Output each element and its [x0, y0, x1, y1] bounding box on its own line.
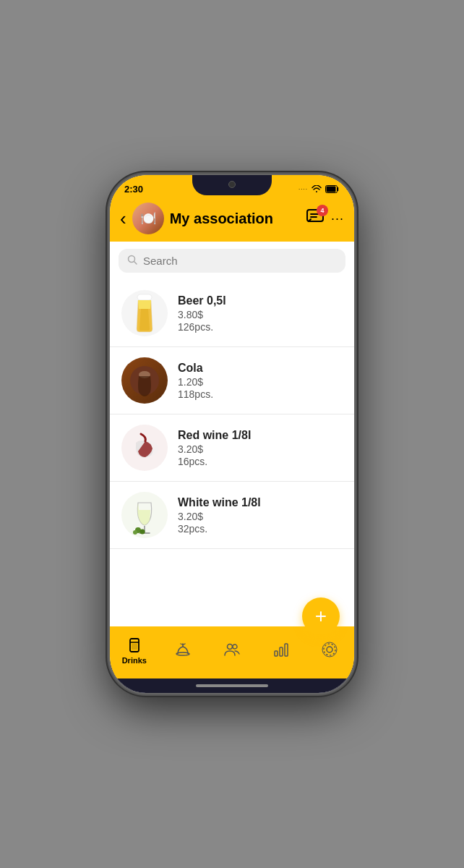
chat-button[interactable]: 4 [306, 209, 324, 229]
back-button[interactable]: ‹ [120, 208, 126, 230]
wifi-icon [312, 185, 322, 192]
svg-point-0 [316, 191, 317, 192]
svg-rect-26 [285, 644, 288, 656]
svg-point-27 [327, 647, 332, 652]
product-image-redwine [121, 425, 168, 471]
status-icons: ···· [298, 185, 340, 193]
product-qty: 118pcs. [178, 388, 343, 400]
list-item[interactable]: Beer 0,5l 3.80$ 126pcs. [110, 280, 354, 347]
product-price: 3.80$ [178, 309, 343, 320]
members-icon [223, 641, 241, 658]
header: ‹ 🍽️ My association 4 ··· [110, 198, 354, 242]
svg-point-15 [140, 529, 145, 535]
svg-point-16 [133, 530, 137, 535]
nav-item-drinks[interactable]: Drinks [110, 637, 159, 665]
product-qty: 32pcs. [178, 523, 343, 535]
product-image-beer [121, 290, 168, 336]
page-title: My association [170, 210, 301, 227]
svg-rect-24 [275, 651, 278, 656]
search-box [119, 249, 345, 273]
battery-icon [325, 185, 340, 193]
svg-rect-25 [280, 647, 283, 656]
search-input[interactable] [143, 255, 337, 267]
svg-point-29 [322, 642, 337, 657]
product-name: Red wine 1/8l [178, 429, 343, 442]
nav-item-food[interactable] [159, 641, 208, 660]
product-price: 3.20$ [178, 511, 343, 522]
product-info-whitewine: White wine 1/8l 3.20$ 32pcs. [178, 496, 343, 535]
food-icon [174, 641, 192, 658]
list-item[interactable]: Cola 1.20$ 118pcs. [110, 347, 354, 414]
list-item[interactable]: White wine 1/8l 3.20$ 32pcs. [110, 482, 354, 549]
notch [192, 175, 272, 195]
product-list: Beer 0,5l 3.80$ 126pcs. Cola 1.20$ [110, 280, 354, 626]
header-actions: 4 ··· [306, 209, 344, 229]
home-indicator [110, 678, 354, 693]
search-icon [127, 255, 137, 267]
svg-point-28 [324, 644, 335, 655]
product-qty: 16pcs. [178, 456, 343, 467]
svg-point-23 [233, 644, 237, 649]
product-image-whitewine [121, 492, 168, 538]
product-price: 1.20$ [178, 376, 343, 388]
product-info-redwine: Red wine 1/8l 3.20$ 16pcs. [178, 429, 343, 467]
nav-item-members[interactable] [207, 641, 257, 660]
screen: 2:30 ···· ‹ 🍽️ My association [110, 175, 354, 693]
svg-point-22 [227, 644, 232, 649]
list-item[interactable]: Red wine 1/8l 3.20$ 16pcs. [110, 414, 354, 482]
search-container [110, 242, 354, 280]
product-price: 3.20$ [178, 443, 343, 455]
add-icon: + [315, 605, 327, 628]
home-bar [196, 684, 268, 687]
phone-frame: 2:30 ···· ‹ 🍽️ My association [108, 174, 356, 694]
settings-icon [321, 641, 338, 658]
fab-container: + [302, 597, 340, 635]
product-name: Cola [178, 362, 343, 375]
avatar: 🍽️ [132, 203, 164, 234]
product-name: White wine 1/8l [178, 496, 343, 509]
product-info-cola: Cola 1.20$ 118pcs. [178, 362, 343, 400]
product-name: Beer 0,5l [178, 294, 343, 307]
nav-item-settings[interactable] [305, 641, 354, 660]
notification-badge: 4 [317, 205, 328, 216]
nav-item-stats[interactable] [257, 641, 306, 660]
svg-rect-2 [327, 186, 336, 192]
svg-rect-19 [132, 644, 137, 650]
product-info-beer: Beer 0,5l 3.80$ 126pcs. [178, 294, 343, 333]
camera [228, 181, 236, 188]
drinks-icon [126, 637, 143, 654]
status-time: 2:30 [124, 184, 143, 195]
svg-rect-8 [137, 294, 152, 300]
svg-line-7 [134, 262, 137, 265]
stats-icon [272, 641, 290, 658]
product-image-cola [121, 357, 168, 404]
nav-label-drinks: Drinks [122, 656, 147, 665]
more-button[interactable]: ··· [331, 211, 344, 226]
signal-icon: ···· [298, 186, 308, 192]
product-qty: 126pcs. [178, 321, 343, 333]
add-button[interactable]: + [302, 597, 340, 635]
